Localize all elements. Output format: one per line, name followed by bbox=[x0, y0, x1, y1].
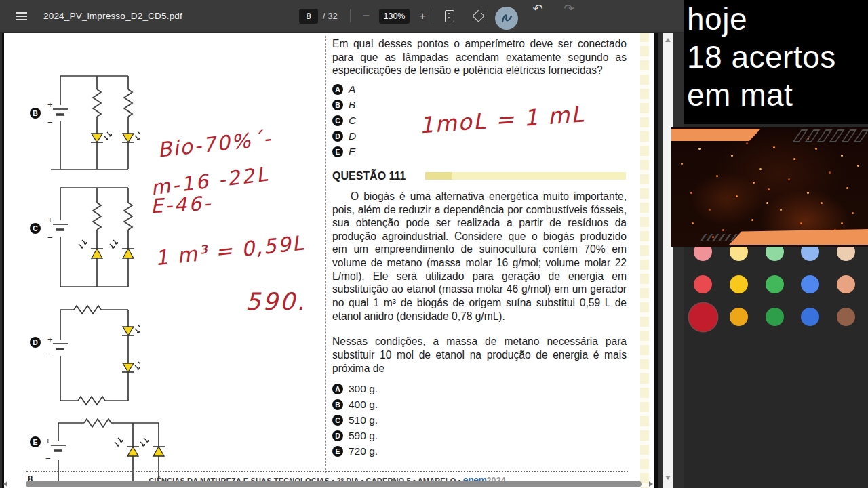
palette-color-selected[interactable] bbox=[689, 303, 717, 331]
draw-tool-button[interactable] bbox=[495, 7, 518, 30]
scroll-down-icon[interactable] bbox=[665, 476, 671, 480]
palette-color[interactable] bbox=[801, 275, 819, 293]
vertical-scrollbar[interactable] bbox=[663, 32, 673, 488]
document-title: 2024_PV_impresso_D2_CD5.pdf bbox=[43, 0, 182, 32]
rotate-button[interactable] bbox=[469, 7, 487, 25]
rotate-icon bbox=[472, 9, 484, 22]
page-total-label: / 32 bbox=[323, 11, 338, 21]
menu-button[interactable] bbox=[12, 0, 30, 32]
answer-option[interactable]: E 720 g. bbox=[332, 443, 627, 459]
question-111-options: A 300 g. B 400 g. C 510 g. D 590 g. E 72… bbox=[332, 381, 627, 459]
question-111-prompt: Nessas condições, a massa de metano nece… bbox=[332, 335, 627, 375]
score-line: em mat bbox=[687, 76, 868, 114]
yellow-highlight bbox=[425, 172, 626, 180]
circuit-diagram-D: + − bbox=[45, 300, 140, 409]
answer-option[interactable]: C 510 g. bbox=[332, 412, 627, 428]
palette-color[interactable] bbox=[837, 275, 855, 293]
zoom-level-input[interactable]: 130% bbox=[379, 9, 410, 24]
score-line: hoje bbox=[687, 0, 868, 38]
palette-color[interactable] bbox=[801, 308, 819, 326]
scroll-left-icon[interactable] bbox=[3, 481, 7, 487]
hatch-marks-bottom bbox=[703, 234, 735, 241]
circuit-label-D: D bbox=[30, 336, 41, 348]
answer-option[interactable]: E E bbox=[332, 144, 627, 160]
svg-text:−: − bbox=[47, 352, 53, 362]
svg-text:+: + bbox=[47, 334, 53, 344]
divider bbox=[350, 9, 351, 22]
palette-color[interactable] bbox=[766, 308, 784, 326]
circuit-label-B: B bbox=[30, 106, 41, 119]
ink-note: 590. bbox=[245, 288, 307, 315]
score-line: 18 acertos bbox=[687, 38, 868, 76]
palette-color[interactable] bbox=[837, 308, 855, 326]
svg-text:+: + bbox=[47, 100, 53, 110]
question-111-heading: QUESTÃO 111 bbox=[332, 170, 627, 184]
scroll-up-icon[interactable] bbox=[665, 38, 671, 42]
footer-dotted-line bbox=[26, 471, 628, 472]
svg-text:+: + bbox=[47, 215, 53, 225]
circuit-diagram-C: + − bbox=[45, 184, 140, 291]
palette-color[interactable] bbox=[694, 275, 712, 293]
divider bbox=[433, 9, 433, 22]
hatch-marks-top bbox=[797, 129, 865, 142]
score-panel: hoje 18 acertos em mat bbox=[684, 0, 868, 124]
undo-button[interactable]: ↶ bbox=[529, 0, 547, 18]
answer-option[interactable]: A 300 g. bbox=[332, 381, 627, 396]
screen: 2024_PV_impresso_D2_CD5.pdf 8 / 32 − 130… bbox=[0, 0, 868, 488]
redo-button[interactable]: ↷ bbox=[560, 0, 578, 18]
circuit-diagram-B: + − bbox=[45, 71, 140, 173]
palette-color[interactable] bbox=[766, 275, 784, 293]
pen-squiggle-icon bbox=[500, 12, 513, 25]
divider bbox=[488, 9, 488, 22]
circuit-label-C: C bbox=[30, 222, 41, 234]
fit-to-page-button[interactable] bbox=[441, 7, 458, 25]
page-number-input[interactable]: 8 bbox=[299, 9, 318, 24]
page-edge-watermark bbox=[640, 32, 649, 488]
palette-color[interactable] bbox=[730, 308, 748, 326]
svg-text:−: − bbox=[47, 232, 53, 243]
circuit-label-E: E bbox=[30, 435, 41, 447]
answer-option[interactable]: B 400 g. bbox=[332, 396, 627, 412]
pdf-viewer: B + − C + bbox=[0, 32, 684, 488]
hamburger-icon bbox=[16, 16, 27, 17]
pdf-page: B + − C + bbox=[2, 32, 658, 488]
zoom-out-button[interactable]: − bbox=[357, 7, 375, 25]
fire-embers-image bbox=[671, 127, 868, 247]
answer-option[interactable]: D 590 g. bbox=[332, 428, 627, 443]
orange-banner-bottom bbox=[729, 229, 868, 245]
pdf-toolbar: 2024_PV_impresso_D2_CD5.pdf 8 / 32 − 130… bbox=[0, 0, 684, 33]
zoom-in-button[interactable]: + bbox=[414, 7, 431, 25]
column-divider bbox=[326, 36, 326, 473]
color-palette bbox=[690, 243, 859, 340]
svg-text:+: + bbox=[45, 436, 51, 446]
question-111-paragraph: O biogás é uma alternativa energética mu… bbox=[332, 190, 627, 323]
scroll-right-icon[interactable] bbox=[649, 481, 653, 487]
svg-text:−: − bbox=[45, 453, 51, 464]
answer-option[interactable]: A A bbox=[332, 82, 627, 98]
fit-page-icon bbox=[445, 10, 454, 22]
orange-banner-top bbox=[671, 129, 761, 141]
svg-text:−: − bbox=[47, 117, 53, 127]
ink-note: E-46- bbox=[150, 192, 213, 218]
question-110-stem: Em qual desses pontos o amperímetro deve… bbox=[332, 37, 627, 77]
palette-color[interactable] bbox=[730, 275, 748, 293]
horizontal-scrollbar[interactable] bbox=[0, 479, 661, 488]
horizontal-scroll-thumb[interactable] bbox=[26, 481, 642, 487]
